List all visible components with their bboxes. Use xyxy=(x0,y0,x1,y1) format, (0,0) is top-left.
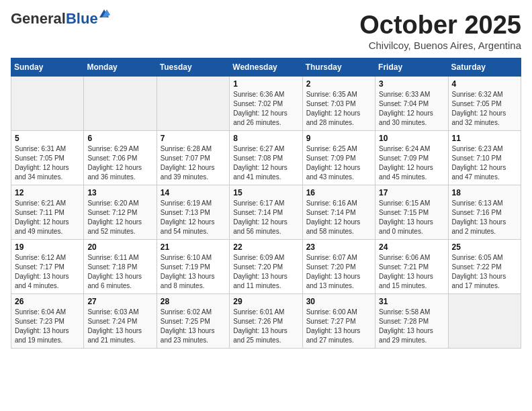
calendar-cell: 8Sunrise: 6:27 AM Sunset: 7:08 PM Daylig… xyxy=(230,131,302,185)
calendar-cell: 30Sunrise: 6:00 AM Sunset: 7:27 PM Dayli… xyxy=(302,294,375,349)
calendar-cell: 6Sunrise: 6:29 AM Sunset: 7:06 PM Daylig… xyxy=(84,131,157,185)
calendar-cell xyxy=(84,77,157,131)
calendar-cell: 7Sunrise: 6:28 AM Sunset: 7:07 PM Daylig… xyxy=(157,131,229,185)
calendar-cell: 13Sunrise: 6:20 AM Sunset: 7:12 PM Dayli… xyxy=(84,185,157,240)
day-info: Sunrise: 6:27 AM Sunset: 7:08 PM Dayligh… xyxy=(233,144,298,182)
day-number: 20 xyxy=(87,242,152,252)
day-info: Sunrise: 6:00 AM Sunset: 7:27 PM Dayligh… xyxy=(306,308,371,345)
day-info: Sunrise: 6:36 AM Sunset: 7:02 PM Dayligh… xyxy=(233,90,298,128)
day-info: Sunrise: 6:32 AM Sunset: 7:05 PM Dayligh… xyxy=(452,90,517,128)
day-number: 13 xyxy=(87,188,152,197)
day-info: Sunrise: 6:24 AM Sunset: 7:09 PM Dayligh… xyxy=(379,144,444,182)
day-info: Sunrise: 6:05 AM Sunset: 7:22 PM Dayligh… xyxy=(452,253,517,291)
logo: GeneralBlue xyxy=(11,11,98,27)
calendar-cell: 22Sunrise: 6:09 AM Sunset: 7:20 PM Dayli… xyxy=(230,240,302,294)
calendar-header-row: SundayMondayTuesdayWednesdayThursdayFrid… xyxy=(11,58,521,77)
header-thursday: Thursday xyxy=(302,58,375,77)
calendar-cell: 11Sunrise: 6:23 AM Sunset: 7:10 PM Dayli… xyxy=(448,131,521,185)
day-number: 23 xyxy=(306,242,371,252)
day-info: Sunrise: 6:33 AM Sunset: 7:04 PM Dayligh… xyxy=(379,90,444,128)
day-number: 18 xyxy=(452,188,517,197)
day-number: 9 xyxy=(306,134,371,143)
day-info: Sunrise: 6:02 AM Sunset: 7:25 PM Dayligh… xyxy=(161,308,226,345)
day-info: Sunrise: 6:35 AM Sunset: 7:03 PM Dayligh… xyxy=(306,90,371,128)
day-info: Sunrise: 6:12 AM Sunset: 7:17 PM Dayligh… xyxy=(15,253,80,291)
calendar-cell: 23Sunrise: 6:07 AM Sunset: 7:20 PM Dayli… xyxy=(302,240,375,294)
calendar-cell xyxy=(157,77,229,131)
day-number: 25 xyxy=(452,242,517,252)
day-number: 27 xyxy=(87,297,152,306)
header-sunday: Sunday xyxy=(11,58,84,77)
day-info: Sunrise: 6:06 AM Sunset: 7:21 PM Dayligh… xyxy=(379,253,444,291)
calendar-cell: 24Sunrise: 6:06 AM Sunset: 7:21 PM Dayli… xyxy=(375,240,448,294)
day-info: Sunrise: 6:07 AM Sunset: 7:20 PM Dayligh… xyxy=(306,253,371,291)
day-number: 16 xyxy=(306,188,371,197)
day-info: Sunrise: 6:15 AM Sunset: 7:15 PM Dayligh… xyxy=(379,199,444,236)
day-number: 21 xyxy=(161,242,226,252)
day-number: 6 xyxy=(87,134,152,143)
calendar-week-row: 26Sunrise: 6:04 AM Sunset: 7:23 PM Dayli… xyxy=(11,294,521,349)
day-info: Sunrise: 6:29 AM Sunset: 7:06 PM Dayligh… xyxy=(87,144,152,182)
day-number: 29 xyxy=(233,297,298,306)
header-monday: Monday xyxy=(84,58,157,77)
day-number: 7 xyxy=(161,134,226,143)
calendar-cell: 28Sunrise: 6:02 AM Sunset: 7:25 PM Dayli… xyxy=(157,294,229,349)
header-wednesday: Wednesday xyxy=(230,58,302,77)
day-info: Sunrise: 6:03 AM Sunset: 7:24 PM Dayligh… xyxy=(87,308,152,345)
day-number: 4 xyxy=(452,79,517,89)
calendar-cell: 29Sunrise: 6:01 AM Sunset: 7:26 PM Dayli… xyxy=(230,294,302,349)
calendar-cell: 9Sunrise: 6:25 AM Sunset: 7:09 PM Daylig… xyxy=(302,131,375,185)
calendar-cell: 26Sunrise: 6:04 AM Sunset: 7:23 PM Dayli… xyxy=(11,294,84,349)
day-info: Sunrise: 6:09 AM Sunset: 7:20 PM Dayligh… xyxy=(233,253,298,291)
day-number: 24 xyxy=(379,242,444,252)
day-info: Sunrise: 6:23 AM Sunset: 7:10 PM Dayligh… xyxy=(452,144,517,182)
day-info: Sunrise: 6:13 AM Sunset: 7:16 PM Dayligh… xyxy=(452,199,517,236)
calendar-cell: 21Sunrise: 6:10 AM Sunset: 7:19 PM Dayli… xyxy=(157,240,229,294)
day-info: Sunrise: 6:21 AM Sunset: 7:11 PM Dayligh… xyxy=(15,199,80,236)
calendar-cell: 1Sunrise: 6:36 AM Sunset: 7:02 PM Daylig… xyxy=(230,77,302,131)
calendar-cell: 27Sunrise: 6:03 AM Sunset: 7:24 PM Dayli… xyxy=(84,294,157,349)
title-area: October 2025 Chivilcoy, Buenos Aires, Ar… xyxy=(359,11,521,51)
day-number: 11 xyxy=(452,134,517,143)
day-number: 5 xyxy=(15,134,80,143)
day-number: 17 xyxy=(379,188,444,197)
calendar-week-row: 12Sunrise: 6:21 AM Sunset: 7:11 PM Dayli… xyxy=(11,185,521,240)
day-number: 14 xyxy=(161,188,226,197)
calendar-cell: 14Sunrise: 6:19 AM Sunset: 7:13 PM Dayli… xyxy=(157,185,229,240)
calendar-cell: 16Sunrise: 6:16 AM Sunset: 7:14 PM Dayli… xyxy=(302,185,375,240)
calendar-cell: 17Sunrise: 6:15 AM Sunset: 7:15 PM Dayli… xyxy=(375,185,448,240)
calendar-cell: 19Sunrise: 6:12 AM Sunset: 7:17 PM Dayli… xyxy=(11,240,84,294)
day-info: Sunrise: 6:10 AM Sunset: 7:19 PM Dayligh… xyxy=(161,253,226,291)
day-number: 26 xyxy=(15,297,80,306)
day-number: 2 xyxy=(306,79,371,89)
day-info: Sunrise: 6:19 AM Sunset: 7:13 PM Dayligh… xyxy=(161,199,226,236)
calendar-cell: 15Sunrise: 6:17 AM Sunset: 7:14 PM Dayli… xyxy=(230,185,302,240)
calendar-cell: 2Sunrise: 6:35 AM Sunset: 7:03 PM Daylig… xyxy=(302,77,375,131)
logo-general-text: General xyxy=(11,10,66,27)
day-number: 10 xyxy=(379,134,444,143)
header-friday: Friday xyxy=(375,58,448,77)
day-info: Sunrise: 6:28 AM Sunset: 7:07 PM Dayligh… xyxy=(161,144,226,182)
calendar-table: SundayMondayTuesdayWednesdayThursdayFrid… xyxy=(11,58,521,349)
calendar-cell xyxy=(11,77,84,131)
day-number: 19 xyxy=(15,242,80,252)
day-info: Sunrise: 6:04 AM Sunset: 7:23 PM Dayligh… xyxy=(15,308,80,345)
day-number: 31 xyxy=(379,297,444,306)
day-info: Sunrise: 6:25 AM Sunset: 7:09 PM Dayligh… xyxy=(306,144,371,182)
logo-blue-text: Blue xyxy=(66,10,98,27)
calendar-cell: 10Sunrise: 6:24 AM Sunset: 7:09 PM Dayli… xyxy=(375,131,448,185)
day-number: 8 xyxy=(233,134,298,143)
day-number: 1 xyxy=(233,79,298,89)
day-info: Sunrise: 6:11 AM Sunset: 7:18 PM Dayligh… xyxy=(87,253,152,291)
calendar-cell: 12Sunrise: 6:21 AM Sunset: 7:11 PM Dayli… xyxy=(11,185,84,240)
calendar-cell xyxy=(448,294,521,349)
day-number: 28 xyxy=(161,297,226,306)
calendar-week-row: 5Sunrise: 6:31 AM Sunset: 7:05 PM Daylig… xyxy=(11,131,521,185)
calendar-cell: 31Sunrise: 5:58 AM Sunset: 7:28 PM Dayli… xyxy=(375,294,448,349)
location-title: Chivilcoy, Buenos Aires, Argentina xyxy=(359,40,521,51)
day-info: Sunrise: 5:58 AM Sunset: 7:28 PM Dayligh… xyxy=(379,308,444,345)
header-saturday: Saturday xyxy=(448,58,521,77)
header-tuesday: Tuesday xyxy=(157,58,229,77)
day-info: Sunrise: 6:31 AM Sunset: 7:05 PM Dayligh… xyxy=(15,144,80,182)
day-number: 12 xyxy=(15,188,80,197)
